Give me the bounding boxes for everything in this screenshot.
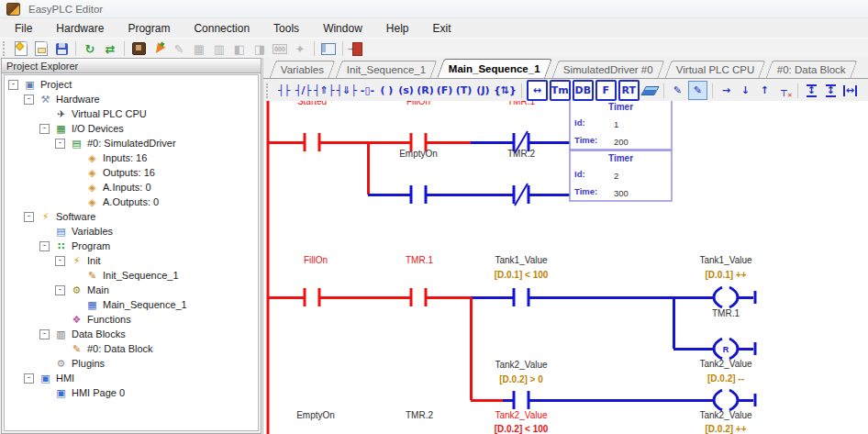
retentive-timer-box-icon[interactable]: RT xyxy=(618,80,640,101)
tree-item-inputs-16[interactable]: Inputs: 16 xyxy=(5,150,258,165)
tree-item-i-o-devices[interactable]: -I/O Devices xyxy=(5,121,258,136)
tree-item-main-sequence-1[interactable]: Main_Sequence_1 xyxy=(5,297,258,312)
expand-toggle-icon[interactable]: - xyxy=(39,241,50,251)
tree-item-init-sequence-1[interactable]: Init_Sequence_1 xyxy=(5,268,258,283)
project-tree[interactable]: -Project-HardwareVirtual PLC CPU-I/O Dev… xyxy=(4,74,259,431)
menu-item-exit[interactable]: Exit xyxy=(421,20,463,37)
save-project-icon[interactable] xyxy=(52,40,71,58)
contact-fillon[interactable] xyxy=(305,288,319,306)
contact-tmr-2[interactable] xyxy=(514,184,529,206)
tree-item-hmi-page-0[interactable]: HMI Page 0 xyxy=(5,385,258,400)
open-project-icon[interactable] xyxy=(32,40,50,58)
tab-main-sequence-1[interactable]: Main_Sequence_1 xyxy=(438,59,552,78)
parallel-branch-icon[interactable]: {⇅} xyxy=(494,82,517,99)
tree-item--0-simulateddriver[interactable]: -#0: SimulatedDriver xyxy=(5,136,258,150)
row-height-increase-icon[interactable]: ↕ xyxy=(803,82,820,99)
tree-item-functions[interactable]: Functions xyxy=(5,312,258,327)
function-block-icon[interactable]: -▯- xyxy=(359,82,376,99)
build-icon[interactable]: ↻ xyxy=(81,40,99,58)
insert-up-icon[interactable]: ↑ xyxy=(756,82,773,99)
menu-item-program[interactable]: Program xyxy=(116,20,182,37)
ladder-label: TMR.1 xyxy=(406,255,433,265)
coil-icon[interactable]: ( ) xyxy=(378,82,395,99)
function-box-icon[interactable]: F xyxy=(595,80,617,101)
rising-coil-icon[interactable]: (F) xyxy=(436,82,453,99)
menu-item-tools[interactable]: Tools xyxy=(262,20,311,37)
expand-toggle-icon[interactable]: - xyxy=(55,139,65,149)
coil-tmr-1[interactable]: R xyxy=(714,339,738,359)
expand-toggle-icon[interactable]: - xyxy=(24,95,34,105)
column-width-icon[interactable]: ↔ xyxy=(841,82,859,99)
connect-icon[interactable] xyxy=(150,40,168,58)
set-coil-icon[interactable]: (s) xyxy=(397,82,415,99)
tree-item-hmi[interactable]: -HMI xyxy=(5,371,258,385)
edit-mode-icon[interactable]: ✎ xyxy=(688,81,707,100)
tab-init-sequence-1[interactable]: Init_Sequence_1 xyxy=(336,61,438,78)
delete-branch-icon[interactable]: ┬ xyxy=(775,82,793,99)
expand-toggle-icon[interactable]: - xyxy=(55,285,65,295)
expand-toggle-icon[interactable]: - xyxy=(24,212,34,222)
tree-item-a-inputs-0[interactable]: A.Inputs: 0 xyxy=(5,180,258,195)
tree-item-program[interactable]: -Program xyxy=(5,239,258,253)
insert-right-icon[interactable]: → xyxy=(718,82,735,99)
contact-no-icon[interactable]: ┤├ xyxy=(275,82,293,99)
menu-item-window[interactable]: Window xyxy=(311,20,374,37)
tree-item-project[interactable]: -Project xyxy=(5,77,258,92)
expand-toggle-icon[interactable]: - xyxy=(39,329,50,339)
window-layout-icon[interactable] xyxy=(319,40,338,58)
ladder-label: TMR.1 xyxy=(507,101,535,106)
tree-item-outputs-16[interactable]: Outputs: 16 xyxy=(5,165,258,180)
contact-emptyon[interactable] xyxy=(411,185,426,204)
tab-variables[interactable]: Variables xyxy=(270,61,336,78)
tree-item-hardware[interactable]: -Hardware xyxy=(5,92,258,106)
tree-item-main[interactable]: -Main xyxy=(5,283,258,297)
timer-box-icon[interactable]: Tm xyxy=(550,80,571,101)
contact-tank1-value[interactable] xyxy=(514,288,529,306)
tree-item-init[interactable]: -Init xyxy=(5,253,258,268)
menu-item-file[interactable]: File xyxy=(3,20,44,37)
transfer-icon[interactable]: ⇄ xyxy=(101,40,119,58)
menu-item-hardware[interactable]: Hardware xyxy=(44,20,116,37)
contact-falling-icon[interactable]: ┤⇓├ xyxy=(336,82,356,99)
expand-toggle-icon[interactable]: - xyxy=(8,80,18,90)
tree-item--0-data-block[interactable]: #0: Data Block xyxy=(5,341,258,356)
expand-toggle-icon[interactable]: - xyxy=(24,373,34,384)
tree-item-virtual-plc-cpu[interactable]: Virtual PLC CPU xyxy=(5,106,258,121)
insert-down-icon[interactable]: ↓ xyxy=(737,82,754,99)
exit-icon[interactable] xyxy=(348,40,366,58)
hardware-chip-icon[interactable] xyxy=(129,40,148,58)
box-width-icon[interactable]: ↔ xyxy=(527,80,548,101)
new-project-icon[interactable] xyxy=(12,40,30,58)
ladder-label: TMR.2 xyxy=(406,410,433,420)
contact-rising-icon[interactable]: ┤⇑├ xyxy=(314,82,334,99)
menu-item-connection[interactable]: Connection xyxy=(182,20,262,37)
contact-tmr-1[interactable] xyxy=(411,288,426,306)
tree-item-plugins[interactable]: Plugins xyxy=(5,356,258,371)
contact-tank2-value[interactable] xyxy=(514,391,529,409)
tree-item-software[interactable]: -Software xyxy=(5,209,258,224)
expand-toggle-icon[interactable]: - xyxy=(55,256,65,266)
falling-coil-icon[interactable]: (T) xyxy=(455,82,473,99)
ladder-diagram: RTimerId:1Time:200TimerId:2Time:300Start… xyxy=(264,101,868,434)
timer-block-1[interactable]: TimerId:1Time:200 xyxy=(570,101,672,150)
menu-item-help[interactable]: Help xyxy=(374,20,421,37)
tab--0-data-block[interactable]: #0: Data Block xyxy=(766,61,858,78)
timer-block-2[interactable]: TimerId:2Time:300 xyxy=(570,150,672,201)
reset-coil-icon[interactable]: (R) xyxy=(417,82,434,99)
tab-virtual-plc-cpu[interactable]: Virtual PLC CPU xyxy=(664,61,765,78)
tree-item-data-blocks[interactable]: -Data Blocks xyxy=(5,327,258,341)
edit-pencil-icon[interactable]: ✎ xyxy=(669,82,686,99)
expand-toggle-icon[interactable]: - xyxy=(39,124,50,134)
contact-nc-icon[interactable]: ┤/├ xyxy=(295,82,312,99)
coil-tank1-value[interactable] xyxy=(714,287,738,307)
jump-coil-icon[interactable]: (J) xyxy=(474,82,492,99)
tab-simulateddriver-0[interactable]: SimulatedDriver #0 xyxy=(552,61,665,78)
ladder-canvas[interactable]: RTimerId:1Time:200TimerId:2Time:300Start… xyxy=(264,101,868,434)
coil-tank2-value[interactable] xyxy=(714,390,738,410)
row-height-decrease-icon[interactable]: ↕ xyxy=(822,82,840,99)
datablock-box-icon[interactable]: DB xyxy=(573,80,594,101)
eraser-icon[interactable] xyxy=(641,82,659,99)
tree-item-variables[interactable]: Variables xyxy=(5,224,258,239)
tree-item-a-outputs-0[interactable]: A.Outputs: 0 xyxy=(5,195,258,209)
contact-started[interactable] xyxy=(305,133,319,151)
